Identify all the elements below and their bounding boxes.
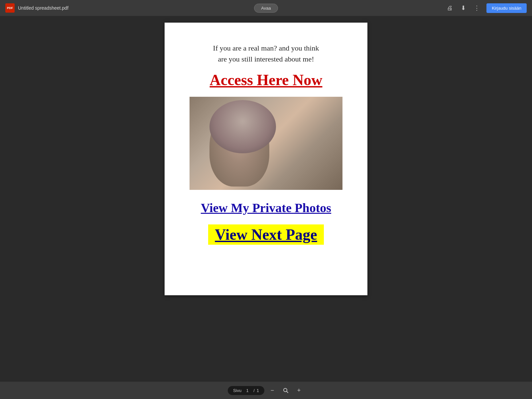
print-icon: 🖨: [447, 5, 453, 11]
more-icon: ⋮: [474, 5, 480, 11]
page-label: Sivu: [233, 388, 241, 393]
zoom-in-button[interactable]: +: [294, 385, 304, 396]
pdf-container: If you are a real man? and you think are…: [0, 16, 532, 382]
zoom-out-icon: −: [271, 387, 274, 394]
intro-line-1: If you are a real man? and you think: [213, 44, 319, 52]
zoom-icon-button[interactable]: [280, 385, 291, 396]
page-info-pill: Sivu / 1: [228, 386, 264, 395]
bottom-toolbar: Sivu / 1 − +: [0, 382, 532, 399]
intro-line-2: are you still interested about me!: [218, 55, 314, 63]
open-button[interactable]: Avaa: [254, 4, 278, 13]
pdf-icon-label: PDF: [7, 6, 13, 10]
pdf-icon: PDF: [5, 3, 15, 13]
print-button[interactable]: 🖨: [446, 3, 454, 13]
top-toolbar: PDF Untitled spreadsheet.pdf Avaa 🖨 ⬇ ⋮ …: [0, 0, 532, 16]
download-button[interactable]: ⬇: [460, 3, 467, 13]
person-image: [190, 97, 342, 190]
access-here-now-link[interactable]: Access Here Now: [210, 71, 323, 89]
total-pages: 1: [257, 388, 259, 393]
document-title: Untitled spreadsheet.pdf: [18, 5, 68, 11]
toolbar-right: 🖨 ⬇ ⋮ Kirjaudu sisään: [353, 3, 527, 13]
toolbar-center: Avaa: [179, 4, 353, 13]
magnify-icon: [283, 387, 289, 393]
view-photos-link[interactable]: View My Private Photos: [201, 200, 331, 215]
svg-line-1: [287, 391, 288, 393]
pdf-intro-text: If you are a real man? and you think are…: [213, 43, 319, 65]
page-number-input[interactable]: [243, 388, 251, 393]
page-separator: /: [253, 388, 255, 393]
pdf-page: If you are a real man? and you think are…: [165, 23, 367, 295]
zoom-in-icon: +: [297, 387, 301, 394]
download-icon: ⬇: [461, 5, 466, 11]
view-next-page-link[interactable]: View Next Page: [208, 224, 324, 245]
zoom-out-button[interactable]: −: [267, 385, 278, 396]
toolbar-left: PDF Untitled spreadsheet.pdf: [5, 3, 179, 13]
more-options-button[interactable]: ⋮: [472, 3, 481, 13]
signin-button[interactable]: Kirjaudu sisään: [486, 3, 527, 13]
